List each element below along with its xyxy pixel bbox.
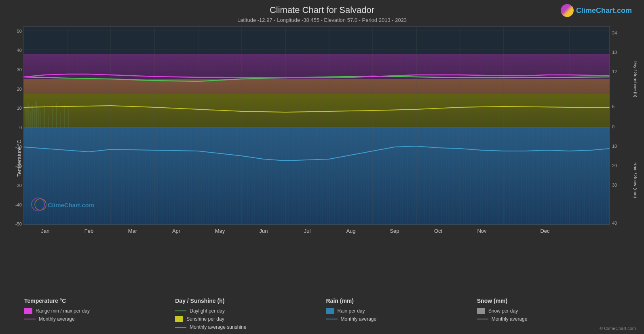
y-axis-left-svg: 50 40 30 20 10 0 -10 -20 -30 -40 -50 bbox=[6, 27, 23, 238]
svg-text:0: 0 bbox=[19, 125, 22, 130]
sunshine-avg-label: Monthly average sunshine bbox=[190, 324, 246, 330]
svg-text:Aug: Aug bbox=[346, 228, 355, 234]
chart-container: Climate Chart for Salvador Latitude -12.… bbox=[0, 0, 644, 334]
legend-rain-avg: Monthly average bbox=[326, 316, 477, 322]
svg-text:20: 20 bbox=[612, 163, 617, 168]
legend-snow-avg: Monthly average bbox=[477, 316, 628, 322]
snow-avg-label: Monthly average bbox=[492, 316, 528, 322]
svg-text:Feb: Feb bbox=[84, 228, 93, 234]
svg-text:12: 12 bbox=[612, 69, 617, 74]
svg-text:Day / Sunshine (h): Day / Sunshine (h) bbox=[633, 60, 638, 97]
legend-rain: Rain (mm) Rain per day Monthly average bbox=[326, 298, 477, 330]
y-axis-right-svg: 24 18 12 6 0 10 20 30 40 Day / Sunshine … bbox=[610, 26, 638, 245]
svg-text:Nov: Nov bbox=[477, 228, 487, 234]
daylight-swatch bbox=[175, 311, 186, 311]
svg-text:20: 20 bbox=[17, 87, 22, 91]
legend-snow-per-day: Snow per day bbox=[477, 308, 628, 314]
svg-text:24: 24 bbox=[612, 30, 617, 35]
rain-swatch bbox=[326, 308, 334, 314]
snow-avg-line bbox=[477, 319, 488, 319]
legend-rain-per-day: Rain per day bbox=[326, 308, 477, 314]
svg-text:Jan: Jan bbox=[41, 228, 50, 234]
svg-text:50: 50 bbox=[17, 29, 22, 34]
watermark-top: ClimeChart.com bbox=[561, 4, 632, 17]
snow-per-day-label: Snow per day bbox=[488, 308, 518, 314]
rain-avg-line bbox=[326, 319, 338, 319]
chart-subtitle: Latitude -12.97 - Longitude -38.455 - El… bbox=[237, 17, 407, 23]
rain-per-day-label: Rain per day bbox=[338, 308, 365, 314]
svg-text:-40: -40 bbox=[15, 202, 22, 207]
temp-avg-line bbox=[24, 319, 36, 319]
svg-text:Rain / Snow (mm): Rain / Snow (mm) bbox=[633, 162, 638, 198]
svg-text:-20: -20 bbox=[15, 164, 22, 168]
svg-text:ClimeChart.com: ClimeChart.com bbox=[48, 202, 94, 208]
main-chart-svg: Jan Feb Mar Apr May Jun Jul Aug Sep Oct … bbox=[23, 26, 610, 245]
svg-text:6: 6 bbox=[612, 104, 614, 109]
svg-text:Dec: Dec bbox=[540, 228, 550, 234]
temp-range-swatch bbox=[24, 308, 32, 314]
legend-sunshine-per-day: Sunshine per day bbox=[175, 316, 326, 322]
logo-top bbox=[561, 4, 574, 17]
svg-text:Jun: Jun bbox=[260, 228, 268, 234]
legend-temp-avg: Monthly average bbox=[24, 316, 175, 322]
rain-avg-label: Monthly average bbox=[341, 316, 377, 322]
svg-text:10: 10 bbox=[612, 144, 617, 149]
watermark-top-text: ClimeChart.com bbox=[576, 6, 632, 15]
svg-text:Sep: Sep bbox=[390, 228, 399, 234]
svg-text:Mar: Mar bbox=[128, 228, 137, 234]
svg-text:Jul: Jul bbox=[304, 228, 311, 234]
legend-area: Temperature °C Range min / max per day M… bbox=[0, 294, 644, 334]
svg-text:0: 0 bbox=[612, 124, 614, 129]
svg-text:Apr: Apr bbox=[172, 228, 181, 234]
legend-temperature: Temperature °C Range min / max per day M… bbox=[24, 298, 175, 330]
sunshine-label: Sunshine per day bbox=[186, 316, 224, 322]
svg-text:10: 10 bbox=[17, 106, 22, 111]
legend-sun-title: Day / Sunshine (h) bbox=[175, 298, 326, 304]
legend-sunshine-avg: Monthly average sunshine bbox=[175, 324, 326, 330]
legend-sunshine: Day / Sunshine (h) Daylight per day Suns… bbox=[175, 298, 326, 330]
legend-temp-range: Range min / max per day bbox=[24, 308, 175, 314]
svg-text:-50: -50 bbox=[15, 221, 22, 226]
svg-text:40: 40 bbox=[612, 221, 617, 226]
svg-text:-10: -10 bbox=[15, 145, 22, 149]
svg-text:30: 30 bbox=[17, 67, 22, 72]
legend-temp-title: Temperature °C bbox=[24, 298, 175, 304]
legend-daylight: Daylight per day bbox=[175, 308, 326, 314]
legend-rain-title: Rain (mm) bbox=[326, 298, 477, 304]
snow-swatch bbox=[477, 308, 485, 314]
legend-snow: Snow (mm) Snow per day Monthly average bbox=[477, 298, 628, 330]
svg-text:30: 30 bbox=[612, 183, 617, 187]
svg-text:-30: -30 bbox=[15, 183, 22, 188]
sunshine-swatch bbox=[175, 316, 183, 322]
chart-title: Climate Chart for Salvador bbox=[270, 5, 374, 15]
svg-text:18: 18 bbox=[612, 50, 617, 55]
svg-text:40: 40 bbox=[17, 48, 22, 53]
daylight-label: Daylight per day bbox=[190, 308, 225, 314]
temp-range-label: Range min / max per day bbox=[36, 308, 90, 314]
copyright: © ClimeChart.com bbox=[600, 326, 636, 331]
temp-avg-label: Monthly average bbox=[39, 316, 75, 322]
svg-text:Oct: Oct bbox=[434, 228, 443, 234]
svg-text:May: May bbox=[215, 228, 225, 234]
sunshine-avg-line bbox=[175, 327, 186, 328]
legend-snow-title: Snow (mm) bbox=[477, 298, 628, 304]
